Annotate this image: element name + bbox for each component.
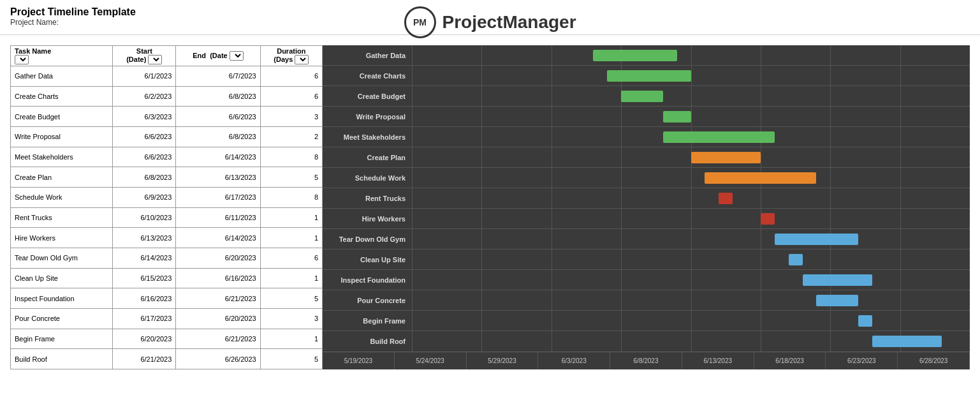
gantt-bar-area — [412, 127, 970, 147]
gantt-row-label: Begin Frame — [323, 317, 412, 325]
gantt-vline — [412, 311, 413, 331]
gantt-bar-area — [412, 229, 970, 249]
table-row: Clean Up Site 6/15/2023 6/16/2023 1 — [11, 268, 323, 288]
gantt-vline — [552, 86, 552, 106]
cell-end: 6/8/2023 — [176, 126, 260, 147]
cell-end: 6/7/2023 — [176, 66, 260, 87]
gantt-vline — [621, 290, 622, 310]
task-table: Task Name Start(Date) End (Date Duration… — [10, 45, 323, 369]
dur-filter[interactable] — [295, 55, 309, 64]
gantt-bar-area — [412, 147, 970, 167]
gantt-row-label: Schedule Work — [323, 174, 412, 182]
gantt-rows: Gather DataCreate ChartsCreate BudgetWri… — [323, 45, 970, 352]
gantt-row: Clean Up Site — [323, 249, 970, 270]
gantt-vline — [621, 229, 622, 249]
gantt-vline — [552, 290, 552, 310]
cell-start: 6/14/2023 — [113, 248, 176, 268]
cell-start: 6/13/2023 — [113, 228, 176, 248]
gantt-row-label: Meet Stakeholders — [323, 133, 412, 141]
gantt-vline — [412, 168, 413, 188]
cell-start: 6/8/2023 — [113, 167, 176, 188]
start-filter[interactable] — [148, 55, 162, 64]
gantt-vline — [621, 311, 622, 331]
gantt-date-label: 6/8/2023 — [610, 352, 682, 369]
gantt-vline — [691, 209, 692, 228]
cell-task: Build Roof — [11, 349, 113, 369]
gantt-date-label: 5/29/2023 — [467, 352, 539, 369]
gantt-vline — [900, 86, 901, 106]
gantt-vline — [621, 331, 622, 352]
gantt-vline — [412, 249, 413, 269]
cell-end: 6/13/2023 — [176, 167, 260, 188]
cell-task: Clean Up Site — [11, 268, 113, 288]
cell-duration: 8 — [260, 147, 322, 167]
cell-task: Inspect Foundation — [11, 288, 113, 309]
cell-task: Write Proposal — [11, 126, 113, 147]
gantt-dates-row: 5/19/20235/24/20235/29/20236/3/20236/8/2… — [323, 352, 970, 369]
gantt-bar — [705, 172, 816, 184]
table-row: Create Charts 6/2/2023 6/8/2023 6 — [11, 86, 323, 107]
gantt-vline — [830, 147, 831, 167]
gantt-bar-area — [412, 45, 970, 65]
gantt-vline — [691, 86, 692, 106]
gantt-vline — [761, 311, 761, 331]
gantt-vline — [761, 270, 761, 290]
cell-task: Gather Data — [11, 66, 113, 87]
cell-start: 6/1/2023 — [113, 66, 176, 87]
cell-duration: 6 — [260, 86, 322, 107]
gantt-vline — [761, 188, 761, 208]
gantt-bar — [607, 70, 691, 82]
gantt-row: Inspect Foundation — [323, 270, 970, 290]
gantt-vline — [481, 188, 482, 208]
end-filter[interactable] — [230, 51, 244, 61]
gantt-vline — [481, 229, 482, 249]
gantt-vline — [552, 168, 552, 188]
cell-task: Rent Trucks — [11, 207, 113, 228]
cell-start: 6/16/2023 — [113, 288, 176, 309]
col-duration: Duration(Days — [260, 46, 322, 66]
gantt-vline — [481, 45, 482, 65]
cell-duration: 1 — [260, 268, 322, 288]
gantt-vline — [900, 188, 901, 208]
gantt-vline — [552, 209, 552, 228]
gantt-vline — [761, 229, 761, 249]
gantt-vline — [761, 66, 761, 86]
cell-start: 6/6/2023 — [113, 147, 176, 167]
cell-end: 6/14/2023 — [176, 147, 260, 167]
gantt-row-label: Build Roof — [323, 338, 412, 345]
cell-task: Hire Workers — [11, 228, 113, 248]
gantt-row-label: Tear Down Old Gym — [323, 235, 412, 243]
cell-task: Schedule Work — [11, 187, 113, 207]
cell-duration: 6 — [260, 248, 322, 268]
gantt-bar-area — [412, 168, 970, 188]
gantt-bar-area — [412, 270, 970, 290]
gantt-vline — [621, 127, 622, 147]
cell-duration: 3 — [260, 308, 322, 329]
logo-icon: PM — [404, 6, 435, 38]
gantt-vline — [900, 209, 901, 228]
gantt-vline — [761, 249, 761, 269]
gantt-vline — [900, 249, 901, 269]
gantt-bar — [621, 91, 663, 102]
gantt-date-label: 5/24/2023 — [395, 352, 467, 369]
gantt-row: Create Plan — [323, 147, 970, 168]
table-row: Gather Data 6/1/2023 6/7/2023 6 — [11, 66, 323, 87]
gantt-vline — [552, 147, 552, 167]
gantt-vline — [412, 290, 413, 310]
task-filter[interactable] — [15, 55, 29, 64]
cell-duration: 5 — [260, 349, 322, 369]
gantt-vline — [691, 331, 692, 352]
gantt-row-label: Pour Concrete — [323, 297, 412, 304]
gantt-vline — [552, 229, 552, 249]
cell-start: 6/10/2023 — [113, 207, 176, 228]
cell-end: 6/21/2023 — [176, 288, 260, 309]
gantt-bar-area — [412, 249, 970, 269]
cell-start: 6/6/2023 — [113, 126, 176, 147]
gantt-vline — [900, 107, 901, 126]
gantt-row: Gather Data — [323, 45, 970, 66]
gantt-row-label: Create Budget — [323, 93, 412, 100]
gantt-row-label: Clean Up Site — [323, 256, 412, 264]
table-row: Begin Frame 6/20/2023 6/21/2023 1 — [11, 329, 323, 349]
gantt-vline — [691, 168, 692, 188]
table-row: Hire Workers 6/13/2023 6/14/2023 1 — [11, 228, 323, 248]
